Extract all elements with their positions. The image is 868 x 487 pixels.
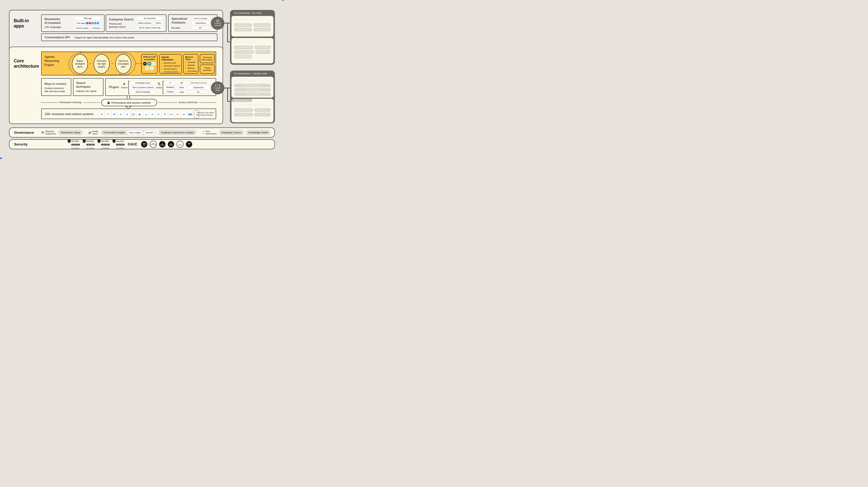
- action-bracket: [163, 81, 164, 94]
- drive-improvement-item: ✓–✓– Driveimprovement: [202, 130, 217, 134]
- knowledge-bases-pill: Knowledge bases: [130, 81, 156, 85]
- blue-flower-tile: ❋: [150, 110, 155, 118]
- sliders-icon: [216, 20, 219, 22]
- access-control-lists-label: Access control lists: [178, 101, 197, 104]
- google-logo: G: [145, 66, 149, 70]
- assistant-store-card: Assistant Store Prospecting coach Securi…: [231, 38, 273, 63]
- security-analyst-pill: Security analyst: [254, 45, 271, 50]
- toxicity-guardrails-box: Toxicity guardrails: [200, 65, 215, 73]
- green-ring-icon: Ω: [158, 113, 159, 116]
- loop-arrow-bottom: ‹: [120, 73, 121, 76]
- zoom-icon: Z: [94, 22, 96, 24]
- iso-27001-badge: ✓ ISO 27001 CERTIFIED by schellman: [68, 139, 80, 149]
- lock-icon: [107, 101, 110, 104]
- sharing-pill: Sharing: [254, 113, 271, 117]
- marketplace-footer-note: └─One-click install─┘ └─ Personalization…: [231, 118, 273, 120]
- enterprise-search-subtitle: Precise and granular control: [109, 23, 125, 29]
- content-scoping-pill: Content scoping: [234, 23, 252, 27]
- calendaring-pill: Calendaring: [191, 21, 210, 25]
- security-bar: Security ✓ ISO 27001 CERTIFIED by schell…: [9, 139, 275, 149]
- specialized-etc-pill: etc.: [191, 26, 210, 30]
- plugin-scoping-pill: Plugin scoping: [253, 23, 271, 27]
- business-systems-box: 100+ business and content systems S ☰ W …: [41, 109, 216, 119]
- salesforce-tile: ☁: [144, 110, 149, 118]
- github-icon: ●: [183, 113, 185, 116]
- business-systems-title: 100+ business and content systems: [44, 112, 93, 116]
- memory-bullets: Semantic Episodic Working Procedural: [185, 61, 198, 72]
- governance-label: Governance: [14, 131, 41, 134]
- llm-title: Robust LLM ecosystem: [142, 56, 157, 61]
- web-app-pill: Web app: [74, 16, 101, 20]
- fr-badge: FR™: [186, 141, 192, 147]
- agentic-automation-box: Agentic Automation Resolves slots Genera…: [159, 54, 182, 73]
- assistant-builder-card: Assistant Builder Content scoping Plugin…: [231, 16, 273, 36]
- automation-title: Agentic Automation: [161, 56, 181, 61]
- workday-tile: W: [112, 110, 117, 118]
- compliance-badges-row: AICPASOC STARLEVEL TWO ✚HIPAA ★ ★GDPR ✓C…: [141, 141, 192, 148]
- meta-logo: ∞: [152, 62, 156, 66]
- intranets-pill: Intranets: [91, 26, 101, 30]
- shield-check-icon: ✓: [97, 139, 100, 143]
- llm-ecosystem-box: Robust LLM ecosystem M ⊛ ∞ G ❄: [141, 54, 157, 73]
- gdpr-badge: ★ ★GDPR: [168, 141, 174, 147]
- rfp-writer-pill: RFP writer: [255, 50, 271, 54]
- builder-footer-note: └─ Reuse templates or build from scratch…: [231, 33, 273, 35]
- loop-arrow-top: ›: [80, 50, 81, 53]
- webex-icon: W: [97, 22, 99, 24]
- search-category-label: Search: [120, 87, 129, 89]
- conversations-api-bar: Conversations API Support for agent inte…: [41, 33, 217, 41]
- ways-subtitle: Content connectors with self-serve setup: [44, 87, 65, 93]
- plugins-to-permissions-connector: [127, 96, 127, 99]
- action-category-icon: [158, 83, 161, 86]
- sales-pill: Sales: [177, 85, 186, 89]
- knowledge-studio-pill: Knowledge Studio: [246, 130, 271, 135]
- hipaa-badge: ✚HIPAA: [159, 141, 165, 147]
- byo-system-note: Bring your own system via Content Gatewa…: [197, 112, 214, 116]
- ai-summaries-pill: AI summaries: [136, 16, 163, 20]
- files-business-systems-pill: Files & business systems: [130, 85, 156, 89]
- google-calendar-icon: 31: [132, 113, 135, 115]
- mcp-plugins-pill: MCP plugins: [234, 113, 253, 117]
- screen-edge-artifact: [0, 158, 2, 159]
- filters-pill: Filters: [154, 21, 163, 25]
- plugin-workspace-pill: Plugin Workspace: [234, 84, 271, 87]
- csa-star-badge: STARLEVEL TWO: [150, 141, 157, 148]
- instant-access-tab: INSTANT ACCESS: [231, 99, 252, 102]
- plugins-box: Plugins ❖ Search Knowledge bases Files &…: [105, 78, 216, 96]
- gear-icon: ⚙: [41, 131, 44, 134]
- connector-line: [227, 88, 228, 101]
- red-layers-tile: ☰: [105, 110, 111, 118]
- world-knowledge-plugin-pill: World knowledge: [130, 90, 156, 94]
- data-api-pill: Data API: [144, 130, 155, 135]
- aicpa-soc-badge: AICPASOC: [141, 141, 147, 147]
- identify-issues-item: Identifyissues: [88, 130, 98, 134]
- for-employees-panel: For employees - No code Assistant Builde…: [230, 10, 275, 65]
- google-calendar-tile: 31: [131, 110, 136, 118]
- agentic-reasoning-engine-box: Agentic Reasoning Engine › ‹ Makesintell…: [41, 52, 216, 75]
- marketing-pill: Marketing: [164, 85, 176, 89]
- oaic-mark: OAIC: [128, 142, 137, 146]
- plugins-to-permissions-connector: [129, 96, 130, 99]
- agent-studio-card: Agent Studio Plugin Workspace MCP Worksp…: [231, 77, 273, 98]
- assistant-prompt-pill: Assistant prompt: [253, 28, 271, 31]
- legal-pill: Legal: [177, 90, 186, 94]
- agent-architect-pill: Agent Architect: [234, 92, 271, 96]
- agent-studio-title: Agent Studio: [234, 78, 254, 82]
- ukg-icon: UKG: [170, 114, 173, 115]
- engine-step-2: Executesthe rightplugins: [94, 54, 110, 73]
- connector-line: [227, 23, 228, 42]
- red-layers-icon: ☰: [107, 113, 109, 116]
- specialized-subtitle: Pre-built: [172, 27, 180, 29]
- business-initiatives-pill: Business initiatives: [234, 108, 253, 112]
- adp-icon: ADP: [176, 114, 179, 115]
- openai-logo: ⊛: [147, 62, 151, 65]
- dash-segment: [41, 102, 58, 103]
- custom-tools-node: {⋮} Custom tools: [211, 82, 224, 94]
- for-employees-header: For employees - No code: [234, 11, 261, 14]
- prospecting-coach-pill: Prospecting coach: [234, 45, 253, 50]
- checklist-icon: ✓–✓–: [202, 131, 205, 134]
- search-techniques-title: Search techniques: [76, 81, 91, 88]
- permissions-access-controls-capsule: Permissions and access controls: [101, 99, 157, 106]
- action-category-label: Action: [154, 87, 164, 89]
- ai-agent-marketplace-title: AI Agent Marketplace: [234, 103, 266, 106]
